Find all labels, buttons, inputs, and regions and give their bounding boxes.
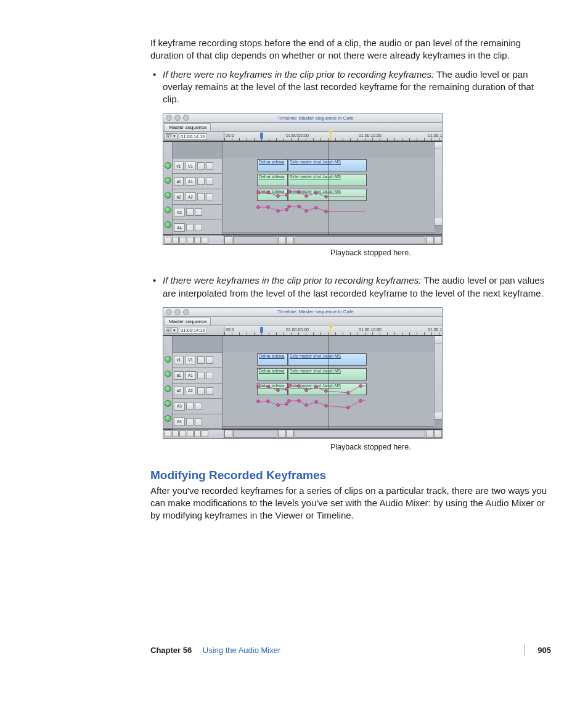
scroll-right-icon[interactable] [426,430,434,438]
playhead[interactable] [330,326,331,335]
current-timecode[interactable]: 01:00:14:16 [179,133,207,140]
window-titlebar: Timeline: Master sequence in Cafe [163,308,442,317]
scroll-right-icon[interactable] [434,430,442,438]
timeline-content[interactable]: Debra sidewa Side master shot Jacob MSDe… [223,336,442,429]
figure2-caption: Playback stopped here. [330,443,411,451]
scroll-left-icon[interactable] [286,236,294,244]
section-paragraph: After you've recorded keyframes for a se… [150,485,551,522]
figure-timeline-1: Timeline: Master sequence in Cafe Master… [163,113,551,245]
rt-menu-button[interactable]: RT ▾ [165,327,178,334]
toggle-icon[interactable] [194,430,201,437]
section-heading: Modifying Recorded Keyframes [150,469,551,482]
figure1-caption: Playback stopped here. [330,248,411,257]
playhead[interactable] [330,132,331,141]
scroll-up-icon[interactable] [435,142,442,149]
zoom-out-icon[interactable] [224,430,232,438]
timeline-controls [163,430,224,438]
bullet2-lead: If there were keyframes in the clip prio… [163,275,421,285]
window-close-icon[interactable] [166,309,172,315]
window-zoom-icon[interactable] [183,115,189,121]
footer-page-number: 905 [537,646,551,655]
window-close-icon[interactable] [166,115,172,121]
bullet1-lead: If there were no keyframes in the clip p… [163,69,434,80]
sequence-tab-bar: Master sequence [163,317,442,326]
window-zoom-icon[interactable] [183,309,189,315]
in-point-marker[interactable] [260,327,263,333]
toggle-icon[interactable] [187,237,194,244]
sequence-tab[interactable]: Master sequence [165,318,211,325]
bullet-with-keyframes: If there were keyframes in the clip prio… [150,274,551,300]
window-titlebar: Timeline: Master sequence in Cafe [163,113,442,123]
scroll-up-icon[interactable] [435,336,442,343]
timeline-controls [163,236,224,244]
scroll-down-icon[interactable] [435,218,442,226]
horizontal-scrollbar[interactable] [295,236,425,244]
footer-chapter: Chapter 56 [150,646,192,655]
scroll-down-icon[interactable] [435,413,442,420]
toggle-icon[interactable] [187,430,194,437]
bullet-no-keyframes: If there were no keyframes in the clip p… [150,68,551,106]
track-enable-gutter [163,142,173,234]
current-timecode[interactable]: 01:00:14:16 [179,327,207,334]
toggle-icon[interactable] [179,237,186,244]
toggle-icon[interactable] [165,237,171,244]
page-footer: Chapter 56 Using the Audio Mixer 905 [150,646,551,655]
zoom-out-icon[interactable] [224,236,232,244]
intro-paragraph: If keyframe recording stops before the e… [150,37,551,62]
rt-menu-button[interactable]: RT ▾ [165,133,178,139]
window-title: Timeline: Master sequence in Cafe [192,115,439,121]
toggle-icon[interactable] [172,237,179,244]
scroll-right-icon[interactable] [426,236,434,244]
sequence-tab-bar: Master sequence [163,123,442,132]
toggle-icon[interactable] [202,237,208,244]
track-header-area: v1 V1 a1 A1 a2 A2 A3 A4 [173,336,223,429]
scroll-left-icon[interactable] [286,430,294,438]
timeline-content[interactable]: Debra sidewa Side master shot Jacob MSDe… [223,142,442,234]
figure-timeline-2: Timeline: Master sequence in Cafe Master… [163,307,551,439]
zoom-slider[interactable] [233,430,277,438]
zoom-in-icon[interactable] [278,430,286,438]
toggle-icon[interactable] [165,430,171,437]
toggle-icon[interactable] [179,430,186,437]
zoom-slider[interactable] [233,236,277,244]
track-header-area: v1 V1 a1 A1 a2 A2 A3 A4 [173,142,223,234]
toggle-icon[interactable] [172,430,179,437]
in-point-marker[interactable] [260,133,263,139]
scroll-right-icon[interactable] [434,236,442,244]
window-min-icon[interactable] [174,115,181,121]
timeline-ruler[interactable]: 00:001:00:05:0001:00:10:0001:00:1 [224,132,442,141]
window-min-icon[interactable] [174,309,181,315]
timeline-ruler[interactable]: 00:001:00:05:0001:00:10:0001:00:1 [224,326,442,335]
vertical-scrollbar[interactable] [434,336,442,420]
toggle-icon[interactable] [194,237,201,244]
horizontal-scrollbar[interactable] [295,430,425,438]
track-enable-gutter [163,336,173,429]
footer-title: Using the Audio Mixer [203,646,280,655]
vertical-scrollbar[interactable] [434,142,442,226]
sequence-tab[interactable]: Master sequence [165,123,211,131]
window-title: Timeline: Master sequence in Cafe [192,309,439,314]
toggle-icon[interactable] [202,430,208,437]
zoom-in-icon[interactable] [278,236,286,244]
